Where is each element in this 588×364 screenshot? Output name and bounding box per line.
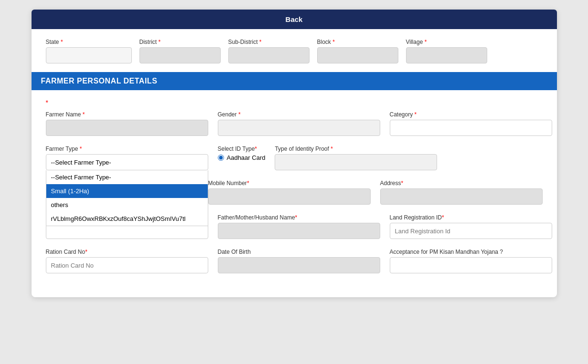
dob-input[interactable]	[218, 257, 380, 273]
state-label: State *	[46, 39, 132, 45]
father-input[interactable]	[218, 223, 380, 239]
dropdown-option-random[interactable]: rVLblmgR6OwxRBKxzOuf8caYShJwjtOSmIVu7tl	[46, 212, 208, 226]
pmkmy-label: Acceptance for PM Kisan Mandhan Yojana ?	[390, 249, 552, 255]
state-field-group: State * UTTAR PRADESH	[46, 39, 132, 63]
block-input[interactable]	[317, 47, 398, 63]
row-2: Farmer Type * --Select Farmer Type- --Se…	[46, 146, 543, 170]
address-label: Address*	[380, 180, 543, 187]
farmer-type-list: --Select Farmer Type- Small (1-2Ha) othe…	[46, 170, 208, 226]
select-id-label: Select ID Type*	[218, 146, 266, 152]
mobile-input[interactable]	[208, 188, 371, 205]
pmkmy-input[interactable]: --Select PMKMY-	[390, 257, 552, 273]
aadhaar-option: Aadhaar Card	[218, 154, 266, 161]
identity-proof-col: Type of Identity Proof * Aadhar Card	[275, 146, 437, 170]
land-reg-input[interactable]	[390, 223, 552, 239]
gender-col: Gender * Male	[218, 111, 380, 136]
ration-card-col: Ration Card No*	[46, 249, 208, 273]
dob-label: Date Of Birth	[218, 249, 380, 255]
subdistrict-label: Sub-District *	[228, 39, 310, 45]
subdistrict-input[interactable]	[228, 47, 310, 63]
district-input[interactable]	[139, 47, 221, 63]
dob-col: Date Of Birth	[218, 249, 380, 273]
farmer-type-col: Farmer Type * --Select Farmer Type- --Se…	[46, 146, 208, 170]
mobile-col: Mobile Number*	[208, 180, 371, 205]
address-col: Address*	[380, 180, 543, 205]
ration-card-label: Ration Card No*	[46, 249, 208, 255]
land-reg-col: Land Registration ID*	[390, 214, 552, 239]
gender-label: Gender *	[218, 111, 380, 118]
block-field-group: Block *	[317, 39, 398, 63]
section-header: FARMER PERSONAL DETAILS	[32, 72, 557, 90]
dropdown-option-small[interactable]: Small (1-2Ha)	[46, 184, 208, 198]
row-1: Farmer Name * Gender * Male Category * S…	[46, 111, 543, 136]
state-input: UTTAR PRADESH	[46, 47, 132, 63]
location-row: State * UTTAR PRADESH District * Sub-Dis…	[32, 39, 557, 63]
select-id-col: Select ID Type* Aadhaar Card	[218, 146, 266, 161]
father-col: Father/Mother/Husband Name*	[218, 214, 380, 239]
category-col: Category * SC	[390, 111, 552, 136]
dropdown-option-others[interactable]: others	[46, 198, 208, 212]
pmkmy-col: Acceptance for PM Kisan Mandhan Yojana ?…	[390, 249, 552, 273]
farmer-name-label: Farmer Name *	[46, 111, 208, 118]
category-input[interactable]: SC	[390, 120, 552, 136]
block-label: Block *	[317, 39, 398, 45]
village-field-group: Village *	[406, 39, 487, 63]
farmer-name-col: Farmer Name *	[46, 111, 208, 136]
farmer-type-value: --Select Farmer Type-	[51, 159, 111, 166]
ration-card-input[interactable]	[46, 257, 208, 273]
father-label: Father/Mother/Husband Name*	[218, 214, 380, 221]
farmer-type-label: Farmer Type *	[46, 146, 208, 152]
identity-proof-input: Aadhar Card	[275, 154, 437, 170]
mobile-label: Mobile Number*	[208, 180, 371, 187]
farmer-type-trigger[interactable]: --Select Farmer Type-	[46, 154, 208, 170]
farmer-type-dropdown[interactable]: --Select Farmer Type- --Select Farmer Ty…	[46, 154, 208, 170]
main-card: Back State * UTTAR PRADESH District * Su…	[32, 10, 557, 297]
district-field-group: District *	[139, 39, 221, 63]
village-label: Village *	[406, 39, 487, 45]
farmer-name-input[interactable]	[46, 120, 208, 136]
land-reg-label: Land Registration ID*	[390, 214, 552, 221]
id-type-radio-group: Aadhaar Card	[218, 154, 266, 161]
aadhaar-label: Aadhaar Card	[227, 154, 266, 161]
back-button[interactable]: Back	[32, 10, 557, 29]
form-body: * Farmer Name * Gender * Male Category *…	[32, 99, 557, 273]
village-input[interactable]	[406, 47, 487, 63]
district-label: District *	[139, 39, 221, 45]
category-label: Category *	[390, 111, 552, 118]
identity-proof-label: Type of Identity Proof *	[275, 146, 437, 152]
req-note: *	[46, 99, 543, 106]
gender-input: Male	[218, 120, 380, 136]
dropdown-option-default[interactable]: --Select Farmer Type-	[46, 170, 208, 184]
row-5: Ration Card No* Date Of Birth Acceptance…	[46, 249, 543, 273]
aadhaar-radio[interactable]	[218, 155, 224, 161]
subdistrict-field-group: Sub-District *	[228, 39, 310, 63]
address-input[interactable]	[380, 188, 543, 205]
